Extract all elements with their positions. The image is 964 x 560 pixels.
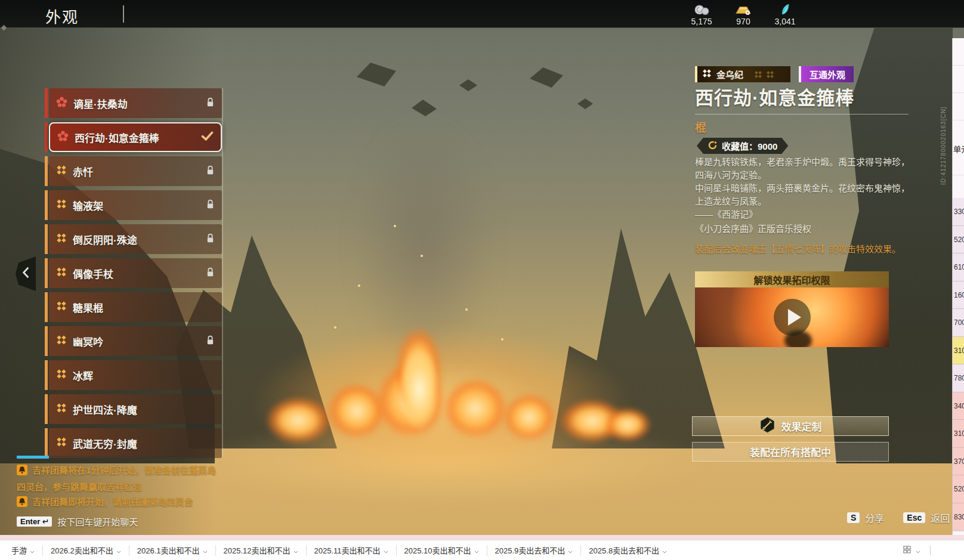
chat-message: 吉祥团舞将在1分钟后开始，请准备前往蓬莱岛四灵台，参与跳舞赢取吉祥红包 <box>17 463 218 494</box>
sidebar-item[interactable]: 西行劫·如意金箍棒 <box>45 122 222 152</box>
item-description: 棒是九转镔铁炼，老君亲手炉中煅。禹王求得号神珍，四海八河为定验。 中间星斗暗铺陈… <box>695 156 911 221</box>
sheet-tab[interactable]: 2025.9卖出去和不出 <box>487 545 581 556</box>
tab-label: 2025.8卖出去和不出 <box>589 544 659 556</box>
sheet-tab[interactable]: 2026.2卖出和不出 <box>42 545 129 556</box>
sidebar-item[interactable]: 输液架 <box>45 190 222 220</box>
sidebar-item[interactable]: 护世四法·降魔 <box>45 394 222 424</box>
chat-text: 吉祥团舞即将开始，请前往蓬莱岛四灵台 <box>32 497 193 507</box>
tab-label: 2026.2卖出和不出 <box>51 544 113 556</box>
collection-value-badge: 收藏值：9000 <box>697 138 788 154</box>
item-label: 护世四法·降魔 <box>73 402 137 417</box>
title-caret <box>123 5 124 23</box>
share-label[interactable]: 分享 <box>865 511 884 525</box>
currency-feather[interactable]: 3,041 <box>768 2 802 26</box>
tier-bar <box>45 88 48 118</box>
tier-bar <box>45 360 48 390</box>
sidebar-item[interactable]: 偶像手杖 <box>45 258 222 288</box>
badge-row: 金乌纪 互通外观 <box>695 66 854 82</box>
background-spreadsheet-strip: 单元 330520610160700310780340310370520830 <box>952 38 964 535</box>
currency-gold[interactable]: 970 <box>727 2 760 26</box>
lock-icon <box>206 97 215 110</box>
chat-panel: 吉祥团舞将在1分钟后开始，请准备前往蓬莱岛四灵台，参与跳舞赢取吉祥红包 吉祥团舞… <box>17 456 218 528</box>
check-icon <box>201 131 214 143</box>
enter-key-label: Enter <box>20 517 40 526</box>
tier-bar <box>45 258 48 288</box>
video-thumbnail[interactable] <box>695 287 889 347</box>
chevron-down-icon <box>116 545 121 556</box>
effect-note: 装配后会改变魂玉【五情七灭阵】的攻击特效效果。 <box>695 243 911 256</box>
effect-customize-button[interactable]: 效果定制 <box>692 416 889 436</box>
clover-icon <box>56 301 67 314</box>
chat-enter-row[interactable]: Enter 按下回车键开始聊天 <box>17 515 218 528</box>
esc-keycap[interactable]: Esc <box>903 512 925 523</box>
item-label: 糖果棍 <box>73 300 103 315</box>
tier-bar <box>45 122 48 152</box>
equip-all-label: 装配在所有搭配中 <box>750 444 831 459</box>
sheet-cell: 310 <box>953 337 964 365</box>
lock-icon <box>206 267 215 280</box>
item-label: 偶像手杖 <box>73 266 113 281</box>
sheet-tab[interactable]: 手游 <box>4 545 42 556</box>
game-window: 外观 5,175 970 3,041 <box>0 0 964 535</box>
sidebar-item[interactable]: 谪星·扶桑劫 <box>45 88 222 118</box>
sheet-cell: 700 <box>953 309 964 337</box>
sheet-cell: 330 <box>953 198 964 226</box>
clover-icon <box>56 335 67 348</box>
return-arrow-icon <box>42 517 48 526</box>
sheet-list-icon[interactable] <box>903 545 911 556</box>
sidebar-item[interactable]: 倒反阴阳·殊途 <box>45 224 222 254</box>
play-button-icon[interactable] <box>774 299 811 336</box>
flower-icon <box>56 97 67 110</box>
tier-bar <box>45 428 48 458</box>
bell-icon <box>17 465 27 479</box>
music-license: 《小刀会序曲》正版音乐授权 <box>695 222 811 234</box>
sheet-cell: 310 <box>953 420 964 448</box>
sheet-partial-text: 单元 <box>953 143 964 154</box>
sheet-cell: 340 <box>953 392 964 420</box>
sidebar-item[interactable]: 赤忏 <box>45 156 222 186</box>
sheet-tab[interactable]: 2025.12卖出和不出 <box>215 545 306 556</box>
currency-coins[interactable]: 5,175 <box>685 2 718 26</box>
sheet-tab[interactable]: 2025.10卖出和不出 <box>396 545 487 556</box>
chevron-down-icon <box>568 545 573 556</box>
sheet-tab[interactable]: 2025.11卖出和不出 <box>306 545 396 556</box>
sheet-cell: 520 <box>953 475 964 503</box>
sidebar-item[interactable]: 幽冥吟 <box>45 326 222 356</box>
flower-icon <box>57 131 69 144</box>
effect-preview-video[interactable]: 解锁效果拓印权限 <box>695 271 889 347</box>
chevron-down-icon <box>203 545 208 556</box>
chat-progress-track <box>17 456 179 459</box>
window-gap <box>0 535 964 540</box>
tab-label: 2025.12卖出和不出 <box>224 544 291 556</box>
item-label: 武道无穷·封魔 <box>73 436 137 451</box>
sheet-tab[interactable]: 2025.8卖出去和不出 <box>580 545 675 556</box>
item-label: 倒反阴阳·殊途 <box>73 232 137 247</box>
sidebar-item[interactable]: 武道无穷·封魔 <box>45 428 222 458</box>
sheet-tab[interactable]: 2026.1卖出和不出 <box>129 545 215 556</box>
chat-message: 吉祥团舞即将开始，请前往蓬莱岛四灵台 <box>17 494 218 511</box>
tab-label: 2025.11卖出和不出 <box>314 544 381 556</box>
currency-value: 5,175 <box>691 17 712 26</box>
hex-weapon-icon <box>759 417 775 436</box>
sidebar-item[interactable]: 糖果棍 <box>45 292 222 322</box>
chevron-down-icon <box>662 545 667 556</box>
back-label[interactable]: 返回 <box>931 511 950 525</box>
share-keycap[interactable]: S <box>847 512 860 523</box>
ring-icon <box>707 140 718 152</box>
chat-text: 吉祥团舞将在1分钟后开始，请准备前往蓬莱岛四灵台，参与跳舞赢取吉祥红包 <box>17 465 216 492</box>
equip-all-button[interactable]: 装配在所有搭配中 <box>692 442 889 462</box>
enter-hint: 按下回车键开始聊天 <box>57 515 138 528</box>
tier-bar <box>45 292 48 322</box>
sidebar-scrollbar[interactable] <box>222 88 223 457</box>
event-badge: 金乌纪 <box>695 66 790 82</box>
item-title: 西行劫·如意金箍棒 <box>695 83 854 110</box>
hotkey-bar: S 分享 Esc 返回 <box>847 511 950 525</box>
page-title: 外观 <box>45 5 79 27</box>
chevron-down-icon[interactable] <box>916 545 920 556</box>
cross-badge-label: 互通外观 <box>809 68 845 81</box>
sidebar-item[interactable]: 冰辉 <box>45 360 222 390</box>
top-bar: 外观 5,175 970 3,041 <box>0 0 964 28</box>
sheet-tabs: 手游 2026.2卖出和不出 2026.1卖出和不出 2025.12卖出和不出 … <box>4 545 675 556</box>
clover-icon <box>56 403 67 416</box>
tab-label: 2026.1卖出和不出 <box>137 544 200 556</box>
